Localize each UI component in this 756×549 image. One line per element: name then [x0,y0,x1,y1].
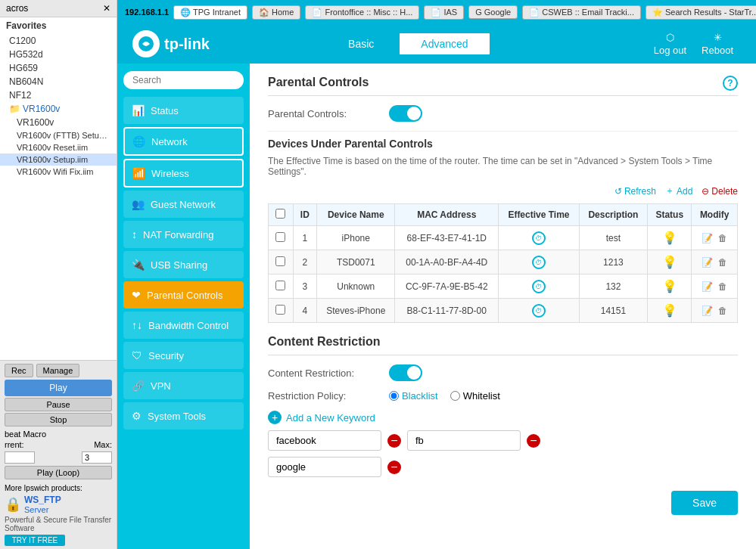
delete-row-icon[interactable]: 🗑 [718,281,727,292]
sidebar-item-c1200[interactable]: C1200 [0,34,117,48]
remove-fb-button[interactable]: − [527,434,540,448]
rec-button[interactable]: Rec [5,364,33,377]
sidebar-item-guest-network[interactable]: 👥 Guest Network [123,191,244,218]
edit-icon[interactable]: 📝 [702,233,713,243]
whitelist-option[interactable]: Whitelist [450,390,500,402]
blacklist-option[interactable]: Blacklist [389,390,438,402]
sidebar-item-bandwidth-control[interactable]: ↑↓ Bandwidth Control [123,312,244,339]
logout-button[interactable]: ⬡ Log out [654,32,686,56]
row-checkbox[interactable] [275,281,285,290]
sidebar-item-wireless[interactable]: 📶 Wireless [123,159,244,188]
row-checkbox[interactable] [275,305,285,315]
tab-home[interactable]: 🏠 Home [252,5,300,20]
sidebar-item-status[interactable]: 📊 Status [123,97,244,124]
row-checkbox[interactable] [275,256,285,266]
remove-facebook-button[interactable]: − [387,434,401,448]
cr-toggle-row: Content Restriction: [268,364,738,381]
tab-google[interactable]: G Google [468,5,518,19]
edit-icon[interactable]: 📝 [702,306,713,316]
search-input[interactable] [123,71,244,89]
help-icon[interactable]: ? [723,76,738,91]
tab-basic[interactable]: Basic [325,32,397,56]
remove-google-button[interactable]: − [387,461,401,474]
cr-toggle[interactable] [389,364,422,381]
tab-search-results[interactable]: ⭐ Search Results - StarTr... [646,5,756,20]
sidebar-item-vr1600v-wifi[interactable]: VR1600v Wifi Fix.iim [0,166,117,178]
delete-row-icon[interactable]: 🗑 [718,257,727,268]
cell-effective-time[interactable]: ⏱ [499,299,580,323]
sidebar-item-nat-forwarding[interactable]: ↕ NAT Forwarding [123,221,244,248]
cell-effective-time[interactable]: ⏱ [499,274,580,299]
sidebar-item-nf12[interactable]: NF12 [0,88,117,102]
cell-modify[interactable]: 📝 🗑 [692,250,738,274]
keyword-input-google[interactable] [268,457,381,477]
close-icon[interactable]: ✕ [103,3,110,14]
col-effective-time: Effective Time [499,204,580,226]
play-loop-button[interactable]: Play (Loop) [5,466,112,479]
stop-button[interactable]: Stop [5,413,112,426]
sidebar-item-vr1600v[interactable]: VR1600v [0,116,117,129]
row-checkbox[interactable] [275,232,285,242]
reboot-button[interactable]: ✳ Reboot [702,32,733,56]
sidebar-item-hg532d[interactable]: HG532d [0,48,117,61]
delete-row-icon[interactable]: 🗑 [718,306,727,316]
cell-effective-time[interactable]: ⏱ [499,250,580,274]
sidebar-item-hg659[interactable]: HG659 [0,61,117,75]
tab-frontoffice[interactable]: 📄 Frontoffice :: Misc :: H... [305,5,419,20]
sidebar-item-parental-controls[interactable]: ❤ Parental Controls [123,281,244,309]
whitelist-radio[interactable] [450,391,460,401]
col-checkbox [269,204,294,226]
pause-button[interactable]: Pause [5,398,112,411]
add-keyword-button[interactable]: + Add a New Keyword [268,411,738,424]
sidebar-item-vr1600v-fttb[interactable]: VR1600v (FTTB) Setup.iim [0,129,117,141]
sidebar-item-vpn[interactable]: 🔗 VPN [123,372,244,399]
cell-id: 2 [293,250,317,274]
sidebar-item-system-tools[interactable]: ⚙ System Tools [123,402,244,430]
sidebar-item-nb604n[interactable]: NB604N [0,75,117,88]
cell-effective-time[interactable]: ⏱ [499,226,580,250]
wsftp-label: WS_FTP [24,495,61,505]
content-area: Parental Controls ? Parental Controls: D… [250,64,756,549]
col-description: Description [579,204,647,226]
cell-modify[interactable]: 📝 🗑 [692,274,738,299]
edit-icon[interactable]: 📝 [702,281,713,292]
col-id: ID [293,204,317,226]
delete-button[interactable]: ⊖ Delete [702,185,738,197]
sidebar-item-security[interactable]: 🛡 Security [123,342,244,369]
sidebar-item-usb-sharing[interactable]: 🔌 USB Sharing [123,251,244,278]
cell-status[interactable]: 💡 [648,250,692,274]
sidebar-item-vr1600v-folder[interactable]: 📁 VR1600v [0,102,117,116]
blacklist-radio[interactable] [389,391,399,401]
edit-icon[interactable]: 📝 [702,257,713,268]
tab-tpg-intranet[interactable]: 🌐 TPG Intranet [173,5,247,20]
keyword-input-facebook[interactable] [268,430,381,451]
cell-status[interactable]: 💡 [648,226,692,250]
play-button[interactable]: Play [5,380,112,396]
tab-ias[interactable]: 📄 IAS [424,5,464,20]
max-input[interactable] [82,451,112,464]
save-button[interactable]: Save [671,491,738,515]
sidebar-item-vr1600v-setup[interactable]: VR1600v Setup.iim [0,154,117,166]
add-button[interactable]: ＋ Add [665,185,692,197]
table-row: 4 Steves-iPhone B8-C1-11-77-8D-00 ⏱ 1415… [269,299,738,323]
refresh-button[interactable]: ↺ Refresh [614,185,656,197]
gear-icon: ⚙ [132,410,142,422]
current-input[interactable] [5,451,35,464]
tab-advanced[interactable]: Advanced [398,32,490,56]
cell-modify[interactable]: 📝 🗑 [692,226,738,250]
cell-modify[interactable]: 📝 🗑 [692,299,738,323]
parental-controls-toggle[interactable] [389,105,422,122]
keyword-input-fb[interactable] [407,430,521,451]
table-row: 1 iPhone 68-EF-43-E7-41-1D ⏱ test 💡 📝 🗑 [269,226,738,250]
cell-mac: 68-EF-43-E7-41-1D [395,226,499,250]
shield-icon: 🛡 [132,349,142,361]
manage-button[interactable]: Manage [36,364,80,377]
sidebar-item-network[interactable]: 🌐 Network [123,127,244,156]
cell-status[interactable]: 💡 [648,274,692,299]
cell-status[interactable]: 💡 [648,299,692,323]
delete-row-icon[interactable]: 🗑 [718,233,727,243]
tab-csweb[interactable]: 📄 CSWEB :: Email Tracki... [522,5,641,20]
try-free-button[interactable]: TRY IT FREE [5,535,65,546]
select-all-checkbox[interactable] [275,209,285,219]
sidebar-item-vr1600v-reset[interactable]: VR1600v Reset.iim [0,141,117,154]
